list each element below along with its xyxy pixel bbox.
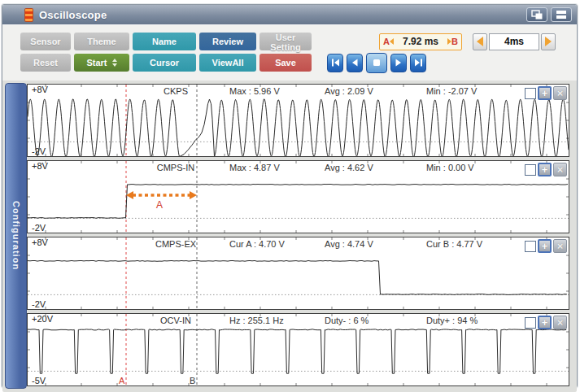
skip-to-start-icon <box>331 59 340 67</box>
ckps-controls: + × <box>525 86 567 100</box>
stop-icon <box>373 59 381 67</box>
cmps-ex-channel-name: CMPS-EX <box>133 239 218 249</box>
ocv-in-stat-duty-plus: Duty+ : 94 % <box>426 316 478 325</box>
svg-text:A: A <box>156 199 163 211</box>
cmps-in-controls: + × <box>525 163 567 176</box>
play-icon <box>395 59 403 67</box>
cursor-button[interactable]: Cursor <box>133 54 196 72</box>
cmps-ex-waveform-plot[interactable] <box>28 237 569 309</box>
timebase-decrease-button[interactable] <box>473 33 487 50</box>
channel-panels: +8V -2V CKPS Max : 5.96 V Avg : 2.09 V M… <box>27 84 569 386</box>
ckps-channel-name: CKPS <box>133 86 218 96</box>
ckps-close-button[interactable]: × <box>553 86 567 100</box>
ckps-waveform-plot[interactable] <box>28 85 569 156</box>
cmps-in-stat-max: Max : 4.87 V <box>229 163 280 172</box>
window-title: Oscilloscope <box>39 9 107 21</box>
ckps-stat-avg: Avg : 2.09 V <box>325 86 373 96</box>
cursor-a-label: A <box>383 37 390 46</box>
svg-text:B: B <box>190 376 195 385</box>
review-button[interactable]: Review <box>199 33 256 50</box>
ocv-in-channel-name: OCV-IN <box>133 316 218 325</box>
ocv-in-vmin-label: -5V <box>32 376 46 385</box>
ab-time-display: A 7.92 ms B <box>379 33 462 50</box>
playback-controls <box>327 53 426 73</box>
play-button[interactable] <box>390 54 407 72</box>
svg-text:A: A <box>119 376 125 385</box>
ckps-vmin-label: -2V <box>32 146 46 156</box>
channel-panel-ocv-in: AB +20V -5V OCV-IN Hz : 255.1 Hz Duty- :… <box>27 313 569 386</box>
cmps-in-expand-button[interactable]: + <box>538 163 552 176</box>
reset-button[interactable]: Reset <box>20 54 71 72</box>
cmps-ex-vmin-label: -2V <box>32 299 46 309</box>
window-buttons <box>526 7 572 22</box>
timebase-value[interactable]: 4ms <box>489 33 539 50</box>
ocv-in-controls: + × <box>525 316 567 329</box>
tile-icon <box>556 10 567 20</box>
channel-panel-ckps: +8V -2V CKPS Max : 5.96 V Avg : 2.09 V M… <box>27 84 569 157</box>
cascade-icon <box>531 10 543 20</box>
cmps-in-vmin-label: -2V <box>32 223 46 233</box>
ocv-in-stat-hz: Hz : 255.1 Hz <box>229 316 284 325</box>
oscilloscope-window: Oscilloscope Sensor Theme Name Review Us <box>2 4 578 388</box>
toolbar-row-1: Sensor Theme Name Review User Setting A … <box>20 32 577 51</box>
cmps-ex-controls: + × <box>525 239 567 253</box>
theme-button[interactable]: Theme <box>74 33 129 50</box>
ocv-in-close-button[interactable]: × <box>553 316 567 329</box>
timebase-group: A 7.92 ms B 4ms <box>379 33 577 50</box>
cmps-ex-stat-avg: Avg : 4.74 V <box>325 239 373 249</box>
configuration-tab[interactable]: Configuration <box>5 83 27 389</box>
viewall-button[interactable]: ViewAll <box>199 54 256 72</box>
cmps-in-stat-min: Min : 0.00 V <box>426 163 474 172</box>
sensor-button[interactable]: Sensor <box>20 33 71 50</box>
cmps-in-select-checkbox[interactable] <box>525 164 536 176</box>
ab-time-value: 7.92 ms <box>394 36 447 47</box>
ocv-in-waveform-plot[interactable]: AB <box>28 314 569 385</box>
start-label: Start <box>86 58 107 68</box>
right-arrow-icon <box>545 37 552 46</box>
app-icon <box>25 9 33 21</box>
step-back-button[interactable] <box>347 54 363 72</box>
start-button[interactable]: Start <box>74 54 129 72</box>
tile-windows-button[interactable] <box>551 7 572 22</box>
scope-area: Configuration +8V -2V CKPS Max : 5.96 V … <box>2 81 577 392</box>
channel-panel-cmps-in: A +8V -2V CMPS-IN Max : 4.87 V Avg : 4.6… <box>27 160 569 233</box>
titlebar: Oscilloscope <box>2 5 577 25</box>
cmps-in-stat-avg: Avg : 4.62 V <box>325 163 373 172</box>
skip-to-start-button[interactable] <box>327 54 343 72</box>
toolbar-row-2: Reset Start Cursor ViewAll Save <box>20 53 577 72</box>
ocv-in-expand-button[interactable]: + <box>538 316 552 329</box>
step-back-icon <box>351 59 359 67</box>
cmps-ex-vmax-label: +8V <box>32 237 48 247</box>
save-button[interactable]: Save <box>259 54 312 72</box>
cursor-b-label: B <box>451 37 458 46</box>
timebase-increase-button[interactable] <box>541 33 556 50</box>
ocv-in-stat-duty-minus: Duty- : 6 % <box>325 316 368 325</box>
ckps-select-checkbox[interactable] <box>525 88 536 99</box>
cmps-ex-expand-button[interactable]: + <box>538 239 552 253</box>
name-button[interactable]: Name <box>133 33 196 50</box>
ckps-expand-button[interactable]: + <box>538 86 552 100</box>
start-spinner-icon <box>112 59 117 67</box>
cascade-windows-button[interactable] <box>526 7 547 22</box>
toolbar: Sensor Theme Name Review User Setting A … <box>2 25 577 81</box>
cmps-ex-stat-curb: Cur B : 4.77 V <box>426 239 482 249</box>
ocv-in-vmax-label: +20V <box>32 314 53 324</box>
skip-to-end-icon <box>414 59 423 67</box>
skip-to-end-button[interactable] <box>410 54 426 72</box>
cmps-in-close-button[interactable]: × <box>553 163 567 176</box>
cmps-ex-stat-cura: Cur A : 4.70 V <box>229 239 285 249</box>
stop-button[interactable] <box>366 53 387 73</box>
channel-panel-cmps-ex: +8V -2V CMPS-EX Cur A : 4.70 V Avg : 4.7… <box>27 237 569 310</box>
cmps-in-waveform-plot[interactable]: A <box>28 161 569 233</box>
ckps-vmax-label: +8V <box>32 85 48 94</box>
configuration-tab-label: Configuration <box>11 201 21 270</box>
ocv-in-select-checkbox[interactable] <box>525 317 536 329</box>
cmps-in-channel-name: CMPS-IN <box>133 163 218 172</box>
cmps-ex-select-checkbox[interactable] <box>525 241 536 252</box>
ckps-stat-max: Max : 5.96 V <box>229 86 280 96</box>
cmps-in-vmax-label: +8V <box>32 161 48 171</box>
cmps-ex-close-button[interactable]: × <box>553 239 567 253</box>
user-setting-button[interactable]: User Setting <box>259 33 312 50</box>
left-arrow-icon <box>477 37 483 46</box>
ckps-stat-min: Min : -2.07 V <box>426 86 477 96</box>
